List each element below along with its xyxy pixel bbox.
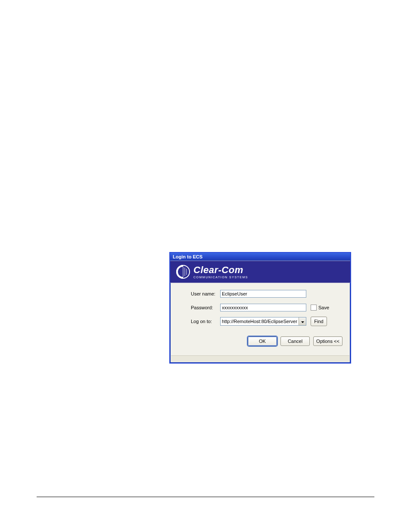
password-label: Password: — [191, 305, 220, 310]
form-area: User name: Password: Save Log on to: htt… — [170, 283, 350, 334]
options-button[interactable]: Options << — [313, 336, 342, 346]
cancel-button[interactable]: Cancel — [280, 336, 310, 346]
username-row: User name: — [191, 289, 342, 299]
brand-name: Clear-Com — [193, 265, 248, 275]
page-divider — [37, 497, 374, 497]
ok-button[interactable]: OK — [248, 336, 277, 346]
svg-marker-4 — [301, 321, 304, 323]
save-label: Save — [318, 305, 329, 310]
logon-combobox[interactable]: http://RemoteHost:80/EclipseServer — [220, 317, 306, 326]
combobox-dropdown-button[interactable] — [299, 317, 306, 325]
brand-tagline: COMMUNICATION SYSTEMS — [193, 276, 248, 279]
username-input[interactable] — [220, 290, 306, 298]
dialog-title: Login to ECS — [173, 254, 202, 259]
dialog-button-row: OK Cancel Options << — [170, 334, 350, 346]
dialog-footer-strip — [171, 355, 349, 362]
brand-bar: Clear-Com COMMUNICATION SYSTEMS — [170, 261, 350, 283]
brand-text: Clear-Com COMMUNICATION SYSTEMS — [193, 265, 248, 279]
password-input[interactable] — [220, 304, 306, 311]
save-group: Save — [311, 305, 329, 311]
logon-row: Log on to: http://RemoteHost:80/EclipseS… — [191, 317, 342, 326]
save-checkbox[interactable] — [311, 305, 317, 311]
clearcom-logo-icon — [176, 265, 190, 279]
chevron-down-icon — [301, 319, 304, 324]
find-button[interactable]: Find — [311, 317, 327, 326]
username-label: User name: — [191, 291, 220, 296]
logon-label: Log on to: — [191, 319, 220, 324]
login-dialog: Login to ECS Clear-Com COMMUNICATION SYS… — [169, 252, 351, 364]
password-row: Password: Save — [191, 303, 342, 312]
dialog-titlebar[interactable]: Login to ECS — [170, 253, 350, 261]
logon-value: http://RemoteHost:80/EclipseServer — [221, 319, 299, 324]
